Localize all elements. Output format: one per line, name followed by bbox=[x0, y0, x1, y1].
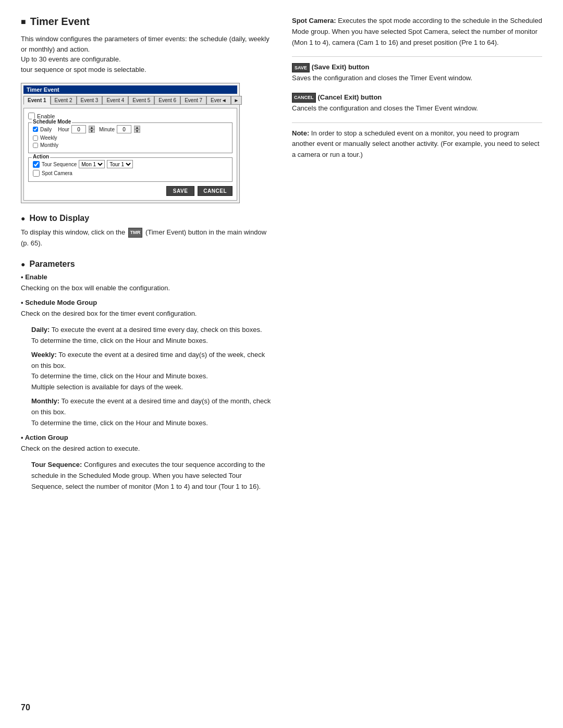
dialog-buttons: SAVE CANCEL bbox=[28, 186, 232, 196]
hour-label: Hour bbox=[58, 127, 69, 132]
schedule-mode-param-body: Check on the desired box for the timer e… bbox=[21, 309, 271, 319]
minute-spinners: ▲ ▼ bbox=[134, 126, 140, 133]
hour-spinners: ▲ ▼ bbox=[89, 126, 95, 133]
monthly-label: Monthly bbox=[40, 142, 58, 148]
spot-camera-param-label: Spot Camera: bbox=[292, 17, 336, 24]
how-to-display-text1: To display this window, click on the bbox=[21, 228, 125, 236]
dialog-title-bar: Timer Event bbox=[23, 85, 237, 94]
tour-sequence-label: Tour Sequence bbox=[42, 162, 77, 167]
intro-line3: tour sequence or spot mode is selectable… bbox=[21, 66, 146, 73]
hour-down[interactable]: ▼ bbox=[89, 129, 95, 133]
tab-event4[interactable]: Event 4 bbox=[102, 96, 128, 105]
timer-event-icon: TMR bbox=[128, 228, 143, 237]
spot-camera-checkbox[interactable] bbox=[33, 170, 40, 177]
tour-select[interactable]: Tour 1 bbox=[107, 160, 133, 168]
daily-checkbox[interactable] bbox=[33, 127, 38, 132]
note-para: Note: In order to stop a scheduled event… bbox=[292, 128, 542, 161]
page-number: 70 bbox=[21, 703, 30, 712]
monthly-param-sub1: To determine the time, click on the Hour… bbox=[31, 419, 208, 427]
tab-event1[interactable]: Event 1 bbox=[23, 96, 51, 105]
save-exit-para: SAVE(Save Exit) button Saves the configu… bbox=[292, 62, 542, 84]
intro-line1: This window configures the parameters of… bbox=[21, 35, 270, 53]
action-param-body: Check on the desired action to execute. bbox=[21, 443, 271, 454]
cancel-button[interactable]: CANCEL bbox=[198, 186, 232, 196]
minute-label: Minute bbox=[99, 127, 115, 132]
weekly-checkbox[interactable] bbox=[33, 135, 38, 141]
daily-row: Daily Hour ▲ ▼ Minute ▲ ▼ bbox=[33, 125, 228, 133]
daily-param-body: To execute the event at a desired time e… bbox=[52, 326, 262, 334]
hour-input[interactable] bbox=[71, 125, 86, 133]
monthly-param: Monthly: To execute the event at a desir… bbox=[31, 396, 271, 428]
weekly-param-sub2: Multiple selection is available for days… bbox=[31, 383, 183, 391]
parameters-title: Parameters bbox=[21, 260, 271, 269]
spot-camera-label: Spot Camera bbox=[42, 170, 72, 176]
how-to-display-body: To display this window, click on the TMR… bbox=[21, 227, 271, 249]
enable-label: Enable bbox=[37, 113, 55, 119]
save-exit-title: (Save Exit) button bbox=[312, 63, 370, 71]
schedule-mode-group: Schedule Mode Daily Hour ▲ ▼ Minute bbox=[28, 122, 232, 153]
schedule-mode-param-text: Check on the desired box for the timer e… bbox=[21, 310, 197, 317]
enable-param-label: • Enable bbox=[21, 273, 47, 281]
tabs-row: Event 1 Event 2 Event 3 Event 4 Event 5 … bbox=[23, 96, 237, 105]
daily-label: Daily bbox=[40, 127, 52, 132]
cancel-exit-body: Cancels the configuration and closes the… bbox=[292, 104, 478, 112]
intro-line2: Up to 30 events are configurable. bbox=[21, 55, 121, 63]
action-group: Action Tour Sequence Mon 1 Tour 1 Spo bbox=[28, 157, 232, 182]
monthly-param-body: To execute the event at a desired time a… bbox=[31, 397, 271, 416]
parameters-label: Parameters bbox=[29, 260, 75, 269]
action-param-text: Check on the desired action to execute. bbox=[21, 445, 140, 452]
monthly-checkbox[interactable] bbox=[33, 143, 38, 148]
save-exit-btn-label: SAVE bbox=[292, 63, 310, 72]
divider1 bbox=[292, 56, 542, 57]
how-to-display-label: How to Display bbox=[29, 214, 89, 223]
right-section: Spot Camera: Executes the spot mode acco… bbox=[292, 16, 542, 161]
intro-block: This window configures the parameters of… bbox=[21, 34, 271, 75]
tab-event-more[interactable]: Ever◄ bbox=[206, 96, 230, 105]
spot-camera-row: Spot Camera bbox=[33, 170, 228, 177]
divider2 bbox=[292, 122, 542, 123]
action-param-label: • Action Group bbox=[21, 434, 68, 441]
monthly-row: Monthly bbox=[33, 142, 228, 148]
daily-param-sub1: To determine the time, click on the Hour… bbox=[31, 337, 208, 344]
action-param-title: • Action Group bbox=[21, 434, 271, 441]
cancel-exit-title: (Cancel Exit) button bbox=[318, 93, 382, 101]
mon-select[interactable]: Mon 1 bbox=[79, 160, 105, 168]
hour-up[interactable]: ▲ bbox=[89, 126, 95, 129]
note-label: Note: bbox=[292, 129, 309, 137]
monthly-param-label: Monthly: bbox=[31, 397, 59, 405]
daily-param: Daily: To execute the event at a desired… bbox=[31, 325, 271, 347]
cancel-exit-para: CANCEL(Cancel Exit) button Cancels the c… bbox=[292, 92, 542, 114]
tab-event3[interactable]: Event 3 bbox=[77, 96, 103, 105]
page-title: Timer Event bbox=[21, 16, 271, 28]
tab-event5[interactable]: Event 5 bbox=[128, 96, 154, 105]
weekly-param-body: To execute the event at a desired time a… bbox=[31, 351, 265, 369]
enable-param-title: • Enable bbox=[21, 273, 271, 281]
dialog-content: Enable Schedule Mode Daily Hour ▲ ▼ bbox=[23, 108, 237, 201]
note-body: In order to stop a scheduled event on a … bbox=[292, 129, 540, 159]
tab-event6[interactable]: Event 6 bbox=[154, 96, 180, 105]
cancel-exit-btn-label: CANCEL bbox=[292, 93, 316, 102]
save-exit-body: Saves the configuration and closes the T… bbox=[292, 74, 472, 82]
schedule-mode-param-label: • Schedule Mode Group bbox=[21, 299, 97, 306]
tab-nav-right[interactable]: ► bbox=[231, 96, 242, 105]
daily-param-label: Daily: bbox=[31, 326, 50, 334]
schedule-mode-label: Schedule Mode bbox=[32, 119, 72, 125]
tab-event2[interactable]: Event 2 bbox=[51, 96, 77, 105]
weekly-param-label: Weekly: bbox=[31, 351, 57, 359]
tour-sequence-param: Tour Sequence: Configures and executes t… bbox=[31, 460, 271, 492]
enable-param-text: Checking on the box will enable the conf… bbox=[21, 284, 170, 292]
tour-sequence-param-label: Tour Sequence: bbox=[31, 461, 82, 468]
tab-event7[interactable]: Event 7 bbox=[180, 96, 206, 105]
minute-up[interactable]: ▲ bbox=[134, 126, 140, 129]
spot-camera-para: Spot Camera: Executes the spot mode acco… bbox=[292, 16, 542, 48]
tour-sequence-row: Tour Sequence Mon 1 Tour 1 bbox=[33, 160, 228, 168]
schedule-mode-param-title: • Schedule Mode Group bbox=[21, 299, 271, 306]
action-label: Action bbox=[32, 154, 50, 159]
weekly-row: Weekly bbox=[33, 135, 228, 141]
tour-sequence-checkbox[interactable] bbox=[33, 161, 40, 168]
minute-input[interactable] bbox=[117, 125, 131, 133]
weekly-param: Weekly: To execute the event at a desire… bbox=[31, 350, 271, 393]
weekly-label: Weekly bbox=[40, 135, 57, 141]
minute-down[interactable]: ▼ bbox=[134, 129, 140, 133]
save-button[interactable]: SAVE bbox=[166, 186, 195, 196]
